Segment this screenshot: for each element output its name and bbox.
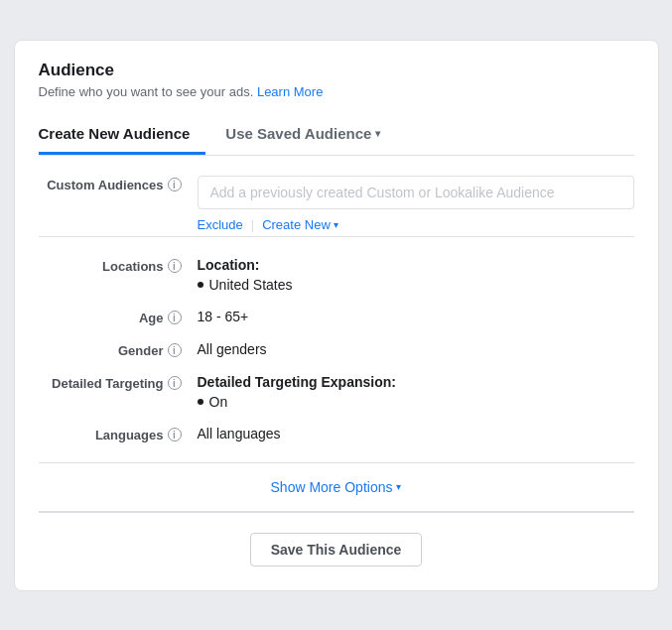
detailed-targeting-heading: Detailed Targeting Expansion: xyxy=(198,374,634,390)
custom-audiences-section: Custom Audiences i Exclude | Create New … xyxy=(39,156,634,237)
detailed-targeting-info-icon[interactable]: i xyxy=(168,376,182,390)
gender-value: All genders xyxy=(198,341,267,357)
age-row: Age i 18 - 65+ xyxy=(39,309,634,325)
targeting-bullet-item: On xyxy=(198,394,634,410)
learn-more-link[interactable]: Learn More xyxy=(257,84,323,99)
page-subtitle: Define who you want to see your ads. Lea… xyxy=(39,84,634,99)
gender-label-text: Gender xyxy=(118,343,164,358)
show-more-button[interactable]: Show More Options ▾ xyxy=(271,479,402,495)
save-audience-button[interactable]: Save This Audience xyxy=(250,533,423,567)
location-heading: Location: xyxy=(198,257,634,273)
subtitle-text: Define who you want to see your ads. xyxy=(39,84,257,99)
audience-card: Audience Define who you want to see your… xyxy=(14,40,659,591)
custom-audiences-label: Custom Audiences i xyxy=(39,176,198,192)
locations-label-text: Locations xyxy=(102,259,163,274)
targeting-bullet-dot xyxy=(198,399,203,405)
show-more-section: Show More Options ▾ xyxy=(39,463,634,512)
gender-row: Gender i All genders xyxy=(39,341,634,358)
locations-info-icon[interactable]: i xyxy=(168,259,182,273)
custom-audiences-row: Custom Audiences i Exclude | Create New … xyxy=(39,176,634,232)
show-more-chevron-icon: ▾ xyxy=(396,481,401,492)
tab-use-saved[interactable]: Use Saved Audience ▾ xyxy=(225,115,396,155)
languages-label: Languages i xyxy=(39,426,198,442)
save-audience-label: Save This Audience xyxy=(271,542,402,558)
detailed-targeting-label-text: Detailed Targeting xyxy=(52,376,163,391)
targeting-section: Locations i Location: United States Age … xyxy=(39,237,634,463)
tabs-bar: Create New Audience Use Saved Audience ▾ xyxy=(39,115,634,156)
action-divider: | xyxy=(251,217,254,232)
gender-content: All genders xyxy=(198,341,634,357)
detailed-targeting-row: Detailed Targeting i Detailed Targeting … xyxy=(39,374,634,410)
page-title: Audience xyxy=(39,61,634,80)
location-bullet-item: United States xyxy=(198,277,634,293)
languages-info-icon[interactable]: i xyxy=(168,428,182,441)
custom-audiences-info-icon[interactable]: i xyxy=(168,178,182,191)
detailed-targeting-value: On xyxy=(209,394,228,410)
tab-create-new-label: Create New Audience xyxy=(39,125,191,142)
custom-audience-input[interactable] xyxy=(198,176,634,209)
languages-content: All languages xyxy=(198,426,634,441)
locations-content: Location: United States xyxy=(198,257,634,293)
age-value: 18 - 65+ xyxy=(198,309,249,324)
gender-info-icon[interactable]: i xyxy=(168,343,182,357)
exclude-link[interactable]: Exclude xyxy=(198,217,243,232)
card-header: Audience Define who you want to see your… xyxy=(39,61,634,99)
create-new-chevron-icon: ▾ xyxy=(334,219,338,230)
detailed-targeting-content: Detailed Targeting Expansion: On xyxy=(198,374,634,410)
languages-label-text: Languages xyxy=(95,428,164,442)
custom-audiences-content: Exclude | Create New ▾ xyxy=(198,176,634,232)
create-new-label: Create New xyxy=(262,217,331,232)
locations-row: Locations i Location: United States xyxy=(39,257,634,293)
tab-create-new[interactable]: Create New Audience xyxy=(39,115,206,155)
languages-value: All languages xyxy=(198,426,281,441)
tab-use-saved-label: Use Saved Audience xyxy=(225,125,371,142)
tab-use-saved-chevron: ▾ xyxy=(375,128,380,139)
age-label-text: Age xyxy=(139,311,164,325)
create-new-button[interactable]: Create New ▾ xyxy=(262,217,338,232)
age-label: Age i xyxy=(39,309,198,325)
custom-audiences-label-text: Custom Audiences xyxy=(47,178,163,192)
gender-label: Gender i xyxy=(39,341,198,358)
locations-label: Locations i xyxy=(39,257,198,274)
show-more-label: Show More Options xyxy=(271,479,393,495)
age-content: 18 - 65+ xyxy=(198,309,634,324)
age-info-icon[interactable]: i xyxy=(168,311,182,324)
audience-actions: Exclude | Create New ▾ xyxy=(198,217,634,232)
save-button-section: Save This Audience xyxy=(39,513,634,567)
location-value: United States xyxy=(209,277,293,293)
detailed-targeting-label: Detailed Targeting i xyxy=(39,374,198,391)
location-bullet-dot xyxy=(198,282,203,288)
languages-row: Languages i All languages xyxy=(39,426,634,442)
